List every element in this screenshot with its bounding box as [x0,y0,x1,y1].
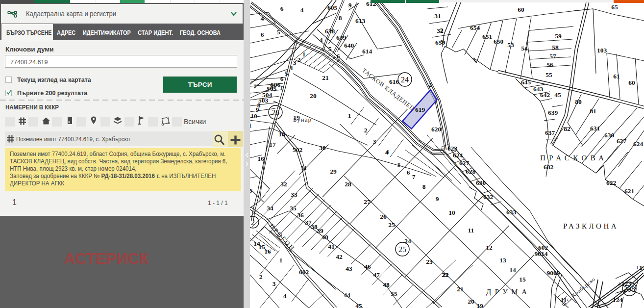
svg-text:Е: Е [280,84,284,92]
svg-text:58: 58 [552,44,559,51]
svg-text:21: 21 [457,285,464,293]
svg-text:630: 630 [604,131,615,139]
svg-text:16: 16 [264,248,271,255]
svg-text:624: 624 [453,152,463,159]
svg-text:642: 642 [540,91,550,99]
svg-text:26: 26 [380,213,387,220]
svg-text:27: 27 [364,198,371,205]
svg-text:9: 9 [436,195,439,203]
svg-text:632: 632 [483,193,494,201]
svg-text:6: 6 [407,169,410,176]
svg-text:45: 45 [554,91,561,99]
svg-text:26: 26 [272,108,279,117]
svg-text:6: 6 [280,75,284,82]
svg-text:45: 45 [355,302,362,308]
svg-text:5: 5 [250,187,252,194]
svg-text:60: 60 [628,79,635,86]
svg-text:9009: 9009 [547,269,560,277]
svg-text:619: 619 [415,106,425,113]
svg-text:621: 621 [624,187,635,195]
svg-text:4: 4 [300,6,304,14]
svg-text:631: 631 [590,125,600,132]
svg-text:23: 23 [426,258,433,265]
svg-text:53: 53 [507,41,514,49]
svg-text:40: 40 [322,233,328,241]
svg-text:613: 613 [355,17,366,25]
svg-text:10: 10 [250,112,257,120]
svg-text:5: 5 [328,45,332,52]
svg-text:645: 645 [521,78,531,86]
svg-text:48: 48 [383,281,390,288]
svg-text:3: 3 [373,138,376,145]
svg-text:1: 1 [348,112,351,119]
svg-text:13: 13 [499,257,506,264]
svg-text:208: 208 [623,285,635,293]
svg-text:4: 4 [385,149,389,156]
svg-text:9014: 9014 [535,250,548,257]
svg-text:25: 25 [398,245,406,254]
svg-text:622: 622 [606,179,617,186]
svg-text:55: 55 [391,290,397,297]
svg-text:4: 4 [261,15,264,22]
svg-text:35: 35 [290,205,297,212]
svg-text:624: 624 [633,140,644,148]
svg-text:1: 1 [279,257,283,264]
svg-text:8: 8 [422,183,426,190]
svg-text:620: 620 [431,126,442,133]
svg-text:31: 31 [434,12,441,20]
svg-text:54: 54 [521,45,528,52]
svg-text:651: 651 [482,33,493,40]
svg-text:605: 605 [327,4,338,11]
svg-text:633: 633 [506,208,517,216]
svg-text:3: 3 [293,59,297,66]
svg-text:41: 41 [328,243,335,250]
svg-text:2: 2 [259,273,263,281]
svg-text:640: 640 [344,42,354,49]
svg-text:628: 628 [466,168,476,175]
svg-text:639: 639 [548,109,558,116]
svg-text:639: 639 [336,34,347,41]
svg-text:7: 7 [412,173,416,180]
svg-text:627: 627 [459,159,470,167]
svg-text:5: 5 [285,70,288,77]
svg-text:602: 602 [299,268,309,276]
svg-text:Т: Т [270,83,274,91]
svg-text:55: 55 [545,71,552,78]
svg-text:15: 15 [519,276,526,283]
svg-text:9: 9 [348,1,352,9]
svg-text:9: 9 [441,38,444,45]
svg-text:+17: +17 [635,264,644,271]
svg-text:61: 61 [613,73,620,80]
svg-text:44: 44 [344,291,350,299]
svg-text:1: 1 [302,51,306,58]
svg-text:Бунар: Бунар [293,116,312,123]
svg-text:82: 82 [564,125,570,132]
svg-text:81: 81 [590,107,596,115]
svg-text:60: 60 [518,6,524,13]
svg-text:ТАСКОВ КЛАДЕНЕЦ: ТАСКОВ КЛАДЕНЕЦ [361,67,416,112]
svg-text:2: 2 [297,56,301,63]
svg-text:10: 10 [448,209,455,216]
svg-text:ДРУМА: ДРУМА [486,288,531,296]
svg-text:103: 103 [597,47,607,54]
svg-text:616: 616 [389,78,399,85]
svg-text:627: 627 [617,137,627,145]
svg-text:24: 24 [401,76,409,84]
svg-text:28: 28 [345,180,351,188]
svg-text:4: 4 [320,36,323,44]
svg-text:637: 637 [545,129,555,136]
svg-text:630: 630 [476,179,486,186]
svg-text:6: 6 [337,52,340,60]
svg-text:25: 25 [388,221,395,229]
svg-text:11: 11 [468,227,474,234]
svg-text:6: 6 [261,31,264,38]
svg-text:29: 29 [330,168,337,175]
svg-text:682: 682 [544,163,554,171]
svg-text:2: 2 [251,218,255,227]
svg-text:5: 5 [277,28,280,36]
svg-text:43: 43 [346,265,352,272]
svg-text:6: 6 [280,5,284,12]
svg-text:65: 65 [611,3,618,11]
svg-text:3: 3 [272,280,276,287]
svg-text:2: 2 [429,81,432,88]
